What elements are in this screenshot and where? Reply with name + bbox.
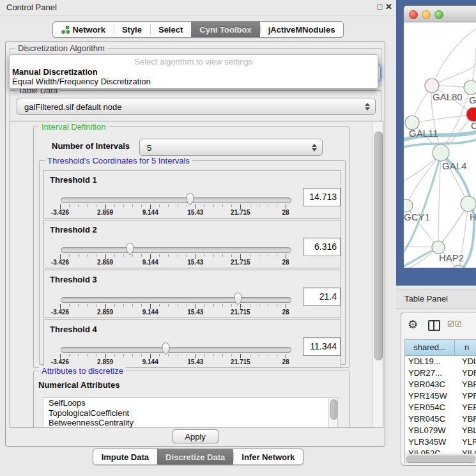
tab-network[interactable]: Network [53,22,114,37]
tab-cyni-toolbox[interactable]: Cyni Toolbox [191,22,259,37]
table-row[interactable]: YER054CYER0 [405,402,476,413]
tab-select[interactable]: Select [150,22,191,37]
slider-tick [69,354,70,357]
float-panel-icon[interactable]: □ [377,2,382,12]
slider-axis-label: -3.426 [41,309,79,316]
slider-tick [187,254,187,257]
tab-impute-data[interactable]: Impute Data [93,449,157,464]
tab-infer-network[interactable]: Infer Network [233,449,303,464]
numerical-attributes-list[interactable]: SelfLoopsTopologicalCoefficientBetweenne… [43,397,338,428]
network-node-GAL4[interactable] [433,144,449,161]
slider-thumb[interactable] [233,292,243,306]
cell-name[interactable]: YER0 [458,402,476,413]
table-row[interactable]: YBR045CYBR0 [405,413,476,425]
mac-minimize-button[interactable] [422,10,431,19]
cell-name[interactable]: YBR0 [458,413,476,425]
network-node-GAL80[interactable] [425,79,439,93]
mac-zoom-button[interactable] [434,10,443,19]
cell-shared-name[interactable]: YER054C [405,402,458,413]
apply-button[interactable]: Apply [173,429,219,443]
table-row[interactable]: YPR145WYPR1 [405,390,476,402]
threshold-panel: Threshold 4-3.4262.8599.14415.4321.71528… [43,319,341,368]
tab-label: Network [73,25,105,35]
cell-name[interactable]: YDL1 [458,356,476,367]
mac-close-button[interactable] [409,10,418,19]
cell-shared-name[interactable]: YBR045C [405,413,458,425]
slider-track[interactable] [61,297,291,303]
attribute-list-item[interactable]: BetweennessCentrality [43,418,337,428]
cell-shared-name[interactable]: YBL079W [405,425,458,436]
network-node-selected-red[interactable] [466,107,476,121]
popup-option-equal-width-frequency-discretization[interactable]: Equal Width/Frequency Discretization [12,77,375,86]
threshold-value-field[interactable]: 21.4 [303,288,341,306]
slider-axis-label: 15.43 [176,309,215,316]
cell-name[interactable]: YLR3 [458,436,476,448]
table-row[interactable]: YDR27...YDR2 [405,367,476,379]
cell-name[interactable]: YBL0 [458,425,476,436]
tab-jactivemnodules[interactable]: jActiveMNodules [260,22,344,37]
attribute-list-item[interactable]: SelfLoops [43,398,337,408]
num-intervals-combobox[interactable]: 5 [139,139,323,156]
threshold-value-field[interactable]: 11.344 [303,337,341,356]
close-panel-icon[interactable]: ✕ [385,2,392,12]
network-node-GCY1[interactable] [404,199,413,212]
network-node-HAP2[interactable] [432,241,445,254]
slider-track[interactable] [61,247,291,253]
slider-axis-label: 2.859 [86,209,125,216]
tab-style[interactable]: Style [114,22,150,37]
cell-shared-name[interactable]: YPR145W [405,390,458,402]
table-row[interactable]: YDL19...YDL1 [405,356,476,367]
network-node-H[interactable] [461,196,476,211]
slider-tick [196,354,196,358]
slider-tick [178,204,178,207]
slider-axis-label: 28 [266,358,305,365]
slider-track[interactable] [61,347,291,353]
attributes-list-scrollbar[interactable] [328,398,337,428]
slider-tick [150,204,151,209]
threshold-panel: Threshold 1-3.4262.8599.14415.4321.71528… [43,170,341,219]
slider-track[interactable] [61,197,291,203]
slider-tick [96,254,96,257]
slider-tick [87,354,88,357]
gear-icon[interactable]: ⚙ [408,318,418,331]
slider-tick [286,254,286,259]
select-columns-icon[interactable]: ☑☑ [447,319,463,328]
slider-tick [250,254,250,257]
network-canvas[interactable]: GAL80GACGAL11GAL4GCY1HHAP2 [404,22,476,268]
cell-shared-name[interactable]: YBR043C [405,379,458,390]
cell-name[interactable]: YBR0 [458,379,476,390]
slider-tick [78,204,79,207]
threshold-value-field[interactable]: 14.713 [303,188,341,206]
attributes-group: Attributes to discretize Numerical Attri… [33,371,349,428]
table-row[interactable]: YBL079WYBL0 [405,425,476,436]
threshold-value-field[interactable]: 6.316 [303,238,341,256]
tab-discretize-data[interactable]: Discretize Data [157,449,233,464]
table-horizontal-scrollbar[interactable] [405,454,476,463]
slider-thumb[interactable] [125,242,135,256]
network-window-titlebar[interactable] [404,6,476,22]
settings-scrollbar[interactable] [372,121,383,427]
columns-icon[interactable] [428,320,440,331]
slider-thumb[interactable] [160,342,171,356]
network-node-GAL-top[interactable] [464,81,476,95]
table-data-combobox[interactable]: galFiltered.sif default node [17,98,376,115]
cell-shared-name[interactable]: YDR27... [405,367,458,379]
cell-name[interactable]: YDR2 [458,367,476,379]
network-node-label: GA [469,95,476,105]
slider-tick [250,304,250,307]
table-row[interactable]: YBR043CYBR0 [405,379,476,390]
slider-tick [159,254,160,257]
column-header-name[interactable]: n [455,340,476,355]
column-header-shared-name[interactable]: shared... [405,340,455,355]
combo-arrows-icon [312,144,317,151]
popup-option-manual-discretization[interactable]: Manual Discretization [12,67,375,77]
attribute-list-item[interactable]: TopologicalCoefficient [43,408,337,418]
slider-axis-label: 21.715 [221,259,259,266]
cell-shared-name[interactable]: YLR345W [405,436,458,448]
cell-name[interactable]: YPR1 [458,390,476,402]
cell-shared-name[interactable]: YDL19... [405,356,458,367]
slider-thumb[interactable] [185,192,196,206]
slider-tick [240,254,241,259]
slider-axis-label: -3.426 [41,358,79,365]
table-row[interactable]: YLR345WYLR3 [405,436,476,448]
